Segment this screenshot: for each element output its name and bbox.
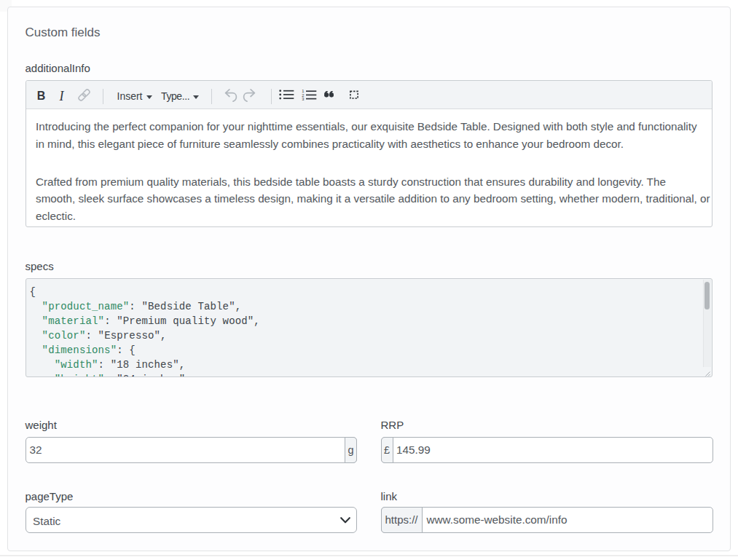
svg-text:3: 3 [302,97,304,101]
